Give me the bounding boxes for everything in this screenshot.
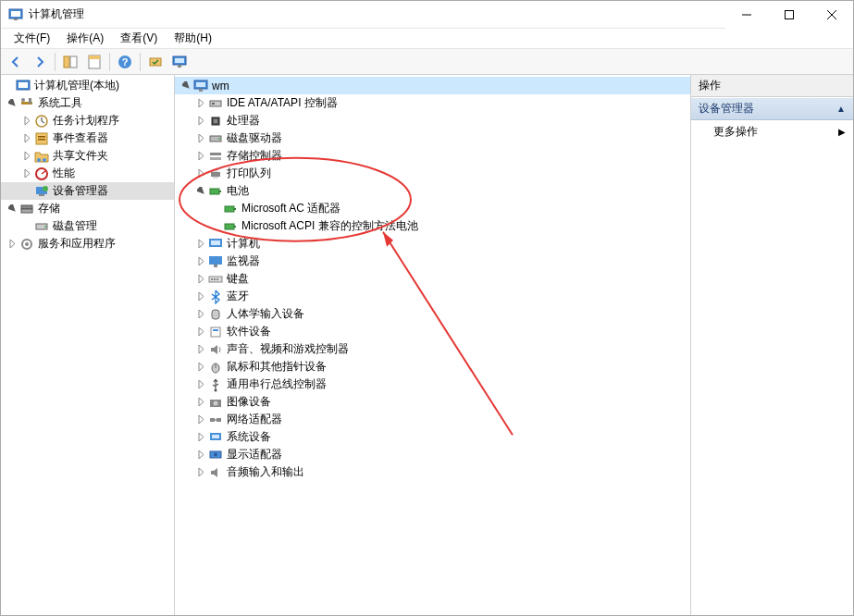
tree-label: 电池 bbox=[227, 183, 249, 199]
svg-rect-47 bbox=[210, 153, 221, 155]
expander-icon[interactable] bbox=[193, 360, 208, 375]
dev-processors[interactable]: 处理器 bbox=[175, 112, 690, 129]
dev-network[interactable]: 网络适配器 bbox=[175, 411, 690, 428]
menu-help[interactable]: 帮助(H) bbox=[167, 29, 219, 48]
tree-task-scheduler[interactable]: 任务计划程序 bbox=[1, 112, 174, 129]
disk-icon bbox=[34, 219, 49, 234]
dev-bluetooth[interactable]: 蓝牙 bbox=[175, 288, 690, 305]
expander-icon[interactable] bbox=[193, 413, 208, 427]
expander-icon[interactable] bbox=[193, 149, 208, 164]
expander-icon[interactable] bbox=[179, 79, 193, 93]
console-tree-pane: 计算机管理(本地) 系统工具 任务计划程序 bbox=[1, 75, 175, 615]
menu-file[interactable]: 文件(F) bbox=[6, 29, 57, 48]
dev-imaging[interactable]: 图像设备 bbox=[175, 393, 690, 411]
menu-view[interactable]: 查看(V) bbox=[113, 29, 165, 48]
dev-sound[interactable]: 声音、视频和游戏控制器 bbox=[175, 340, 690, 358]
dev-battery-ac[interactable]: Microsoft AC 适配器 bbox=[175, 200, 690, 217]
svg-rect-2 bbox=[14, 18, 18, 20]
svg-point-31 bbox=[43, 186, 48, 191]
dev-batteries[interactable]: 电池 bbox=[175, 182, 690, 200]
expander-icon[interactable] bbox=[193, 272, 208, 287]
tree-root[interactable]: 计算机管理(本地) bbox=[1, 77, 174, 94]
tree-label: Microsoft ACPI 兼容的控制方法电池 bbox=[241, 218, 418, 234]
expander-icon[interactable] bbox=[193, 166, 208, 181]
toolbar-back-button[interactable] bbox=[5, 51, 27, 73]
expander-icon[interactable] bbox=[193, 114, 208, 129]
expander-icon[interactable] bbox=[19, 114, 34, 129]
expander-icon[interactable] bbox=[193, 448, 208, 462]
expander-icon[interactable] bbox=[193, 307, 208, 322]
actions-section-device-manager[interactable]: 设备管理器 ▲ bbox=[691, 97, 853, 120]
expander-icon[interactable] bbox=[193, 290, 208, 304]
expander-icon[interactable] bbox=[5, 96, 19, 111]
svg-rect-4 bbox=[786, 11, 794, 19]
expander-icon[interactable] bbox=[5, 237, 19, 252]
svg-rect-32 bbox=[21, 205, 32, 209]
expander-icon[interactable] bbox=[193, 430, 208, 445]
device-root[interactable]: wm bbox=[175, 77, 690, 94]
tree-event-viewer[interactable]: 事件查看器 bbox=[1, 129, 174, 147]
tree-storage[interactable]: 存储 bbox=[1, 200, 174, 217]
dev-computer[interactable]: 计算机 bbox=[175, 235, 690, 253]
expander-icon[interactable] bbox=[193, 325, 208, 339]
tree-device-manager[interactable]: 设备管理器 bbox=[1, 182, 174, 200]
tree-label: 任务计划程序 bbox=[53, 113, 119, 129]
actions-pane: 操作 设备管理器 ▲ 更多操作 ▶ bbox=[691, 75, 853, 615]
tree-disk-management[interactable]: 磁盘管理 bbox=[1, 217, 174, 235]
expander-icon[interactable] bbox=[193, 237, 208, 252]
sound-icon bbox=[208, 342, 223, 357]
expander-icon[interactable] bbox=[19, 149, 34, 164]
dev-software-devices[interactable]: 软件设备 bbox=[175, 323, 690, 340]
dev-print-queues[interactable]: 打印队列 bbox=[175, 165, 690, 182]
chevron-right-icon: ▶ bbox=[838, 127, 846, 137]
expander-icon[interactable] bbox=[193, 96, 208, 111]
close-button[interactable] bbox=[811, 1, 853, 29]
dev-ide-atapi[interactable]: IDE ATA/ATAPI 控制器 bbox=[175, 94, 690, 112]
dev-audio-io[interactable]: 音频输入和输出 bbox=[175, 463, 690, 481]
tree-services-apps[interactable]: 服务和应用程序 bbox=[1, 235, 174, 253]
expander-icon[interactable] bbox=[193, 131, 208, 146]
svg-rect-67 bbox=[211, 327, 220, 337]
dev-hid[interactable]: 人体学输入设备 bbox=[175, 305, 690, 323]
toolbar-forward-button[interactable] bbox=[29, 51, 51, 73]
expander-icon[interactable] bbox=[193, 465, 208, 480]
dev-mice[interactable]: 鼠标和其他指针设备 bbox=[175, 358, 690, 376]
svg-rect-42 bbox=[212, 103, 215, 105]
dev-monitors[interactable]: 监视器 bbox=[175, 253, 690, 270]
expander-icon[interactable] bbox=[193, 395, 208, 410]
dev-system[interactable]: 系统设备 bbox=[175, 428, 690, 446]
event-icon bbox=[34, 131, 49, 146]
dev-disk-drives[interactable]: 磁盘驱动器 bbox=[175, 129, 690, 147]
toolbar-help-button[interactable]: ? bbox=[114, 51, 136, 73]
svg-rect-21 bbox=[29, 98, 31, 104]
expander-icon[interactable] bbox=[5, 202, 19, 216]
minimize-button[interactable] bbox=[725, 1, 768, 29]
actions-more[interactable]: 更多操作 ▶ bbox=[691, 120, 853, 143]
dev-keyboards[interactable]: 键盘 bbox=[175, 270, 690, 288]
tree-label: 音频输入和输出 bbox=[227, 464, 304, 480]
keyboard-icon bbox=[208, 272, 223, 287]
dev-battery-acpi[interactable]: Microsoft ACPI 兼容的控制方法电池 bbox=[175, 217, 690, 235]
dev-display[interactable]: 显示适配器 bbox=[175, 446, 690, 463]
expander-icon[interactable] bbox=[19, 166, 34, 181]
toolbar-monitor-button[interactable] bbox=[168, 51, 191, 73]
dev-usb[interactable]: 通用串行总线控制器 bbox=[175, 376, 690, 393]
expander-icon[interactable] bbox=[193, 377, 208, 392]
tree-system-tools[interactable]: 系统工具 bbox=[1, 94, 174, 112]
toolbar-show-tree-button[interactable] bbox=[59, 51, 81, 73]
expander-icon[interactable] bbox=[19, 131, 34, 146]
tree-label: 打印队列 bbox=[227, 166, 271, 181]
expander-icon[interactable] bbox=[193, 342, 208, 357]
expander-icon[interactable] bbox=[193, 254, 208, 269]
tree-shared-folders[interactable]: 共享文件夹 bbox=[1, 147, 174, 165]
svg-rect-16 bbox=[178, 65, 181, 68]
menu-action[interactable]: 操作(A) bbox=[59, 29, 111, 48]
dev-storage-controllers[interactable]: 存储控制器 bbox=[175, 147, 690, 165]
toolbar-scan-button[interactable] bbox=[144, 51, 167, 73]
expander-icon[interactable] bbox=[193, 184, 208, 199]
toolbar-properties-button[interactable] bbox=[83, 51, 105, 73]
maximize-button[interactable] bbox=[768, 1, 811, 29]
tree-label: 键盘 bbox=[227, 271, 249, 287]
device-mgr-icon bbox=[34, 184, 49, 199]
tree-performance[interactable]: 性能 bbox=[1, 165, 174, 182]
